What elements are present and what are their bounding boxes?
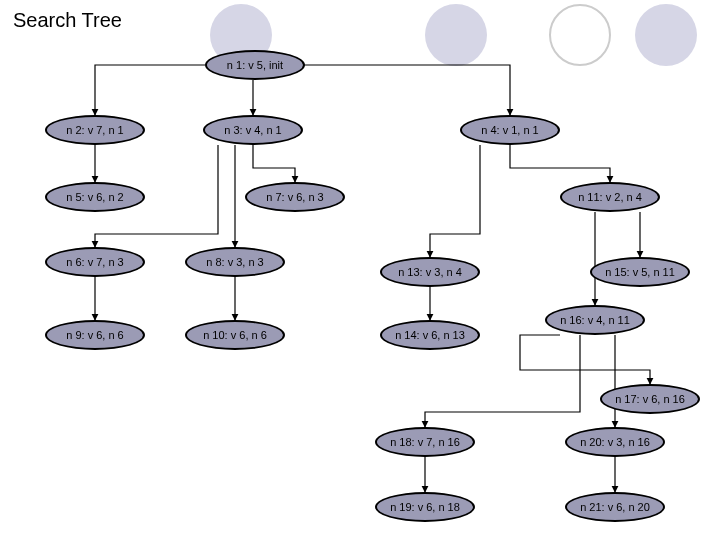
node-n11: n 11: v 2, n 4 [560, 182, 660, 212]
node-n14: n 14: v 6, n 13 [380, 320, 480, 350]
node-n6: n 6: v 7, n 3 [45, 247, 145, 277]
node-n16: n 16: v 4, n 11 [545, 305, 645, 335]
node-n19: n 19: v 6, n 18 [375, 492, 475, 522]
node-n20: n 20: v 3, n 16 [565, 427, 665, 457]
node-n10: n 10: v 6, n 6 [185, 320, 285, 350]
node-n13: n 13: v 3, n 4 [380, 257, 480, 287]
node-n21: n 21: v 6, n 20 [565, 492, 665, 522]
node-n15: n 15: v 5, n 11 [590, 257, 690, 287]
node-n7: n 7: v 6, n 3 [245, 182, 345, 212]
node-n2: n 2: v 7, n 1 [45, 115, 145, 145]
node-n3: n 3: v 4, n 1 [203, 115, 303, 145]
node-n17: n 17: v 6, n 16 [600, 384, 700, 414]
node-n18: n 18: v 7, n 16 [375, 427, 475, 457]
node-n8: n 8: v 3, n 3 [185, 247, 285, 277]
node-n1: n 1: v 5, init [205, 50, 305, 80]
node-n4: n 4: v 1, n 1 [460, 115, 560, 145]
node-n5: n 5: v 6, n 2 [45, 182, 145, 212]
node-n9: n 9: v 6, n 6 [45, 320, 145, 350]
